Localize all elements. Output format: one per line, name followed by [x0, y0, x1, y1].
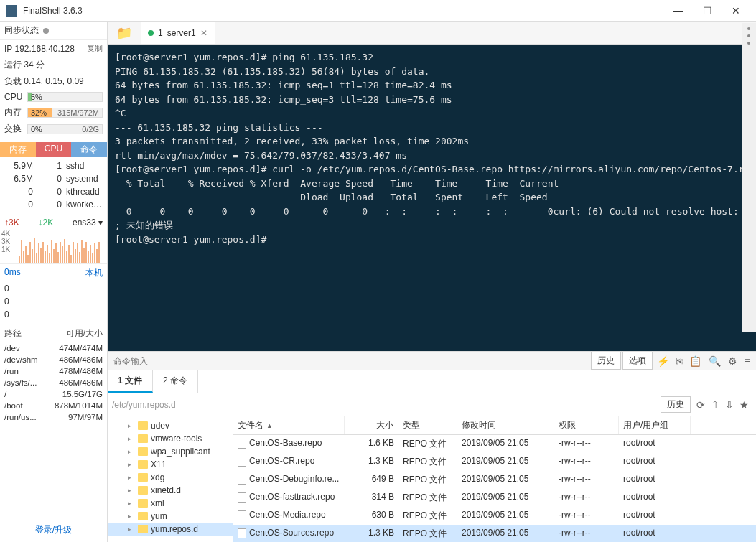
download-rate: ↓2K	[38, 218, 53, 228]
path-history-button[interactable]: 历史	[661, 396, 691, 413]
folder-icon	[138, 499, 148, 508]
sidebar: 同步状态 IP 192.168.40.128 复制 运行 34 分 负载 0.1…	[0, 22, 108, 542]
maximize-button[interactable]: ☐	[699, 5, 716, 17]
bolt-icon[interactable]: ⚡	[654, 353, 672, 369]
titlebar: FinalShell 3.6.3 — ☐ ✕	[0, 0, 756, 22]
commands-tab[interactable]: 2 命令	[153, 370, 198, 393]
command-input[interactable]	[108, 353, 588, 369]
filesystem-row[interactable]: /run478M/486M	[0, 365, 107, 377]
file-row[interactable]: CentOS-CR.repo1.3 KBREPO 文件2019/09/05 21…	[233, 453, 756, 471]
file-row[interactable]: CentOS-Debuginfo.re...649 BREPO 文件2019/0…	[233, 471, 756, 489]
swap-label: 交换	[4, 123, 24, 135]
file-icon	[238, 475, 246, 485]
history-button[interactable]: 历史	[591, 352, 621, 370]
folder-icon	[138, 447, 148, 456]
process-row[interactable]: 5.9M1sshd	[0, 159, 107, 172]
tree-item[interactable]: ▸xml	[108, 497, 233, 510]
terminal[interactable]: [root@server1 yum.repos.d]# ping 61.135.…	[108, 45, 756, 351]
interface-select[interactable]: ens33 ▾	[73, 218, 103, 228]
file-row[interactable]: CentOS-Base.repo1.6 KBREPO 文件2019/09/05 …	[233, 435, 756, 453]
sync-label: 同步状态	[4, 24, 39, 37]
minimize-button[interactable]: —	[670, 5, 687, 17]
process-row[interactable]: 00kthreadd	[0, 185, 107, 198]
folder-tree: ▸udev▸vmware-tools▸wpa_supplicant▸X11▸xd…	[108, 416, 233, 542]
files-tab[interactable]: 1 文件	[108, 370, 153, 393]
filesystem-row[interactable]: /boot878M/1014M	[0, 400, 107, 411]
folder-icon	[138, 525, 148, 533]
uptime: 运行 34 分	[0, 57, 107, 73]
folder-icon[interactable]: 📁	[108, 25, 141, 41]
load-average: 负载 0.14, 0.15, 0.09	[0, 73, 107, 90]
process-row[interactable]: 00kworker/0	[0, 198, 107, 211]
refresh-icon[interactable]: ⟳	[694, 398, 708, 412]
download-icon[interactable]: ⇩	[722, 398, 737, 412]
folder-icon	[138, 486, 148, 495]
folder-icon	[138, 434, 148, 443]
filesystem-row[interactable]: /dev474M/474M	[0, 342, 107, 354]
tree-item[interactable]: ▸udev	[108, 419, 233, 432]
fs-path-header[interactable]: 路径	[4, 327, 66, 340]
filesystem-row[interactable]: /dev/shm486M/486M	[0, 354, 107, 365]
folder-icon	[138, 473, 148, 482]
swap-bar: 0%0/2G	[27, 124, 103, 134]
cpu-bar: 5%	[27, 92, 103, 102]
fs-size-header[interactable]: 可用/大小	[66, 327, 103, 340]
tree-item[interactable]: ▸X11	[108, 458, 233, 471]
file-icon	[238, 528, 246, 538]
gear-icon[interactable]: ⚙	[725, 353, 740, 369]
process-table-header: 内存 CPU 命令	[0, 140, 107, 159]
connection-status-dot	[148, 30, 154, 36]
copy-icon[interactable]: ⎘	[673, 353, 685, 369]
cpu-label: CPU	[4, 92, 24, 102]
menu-icon[interactable]: ≡	[742, 353, 753, 369]
folder-icon	[138, 421, 148, 430]
tab-close-icon[interactable]: ✕	[200, 28, 207, 38]
folder-icon	[138, 512, 148, 520]
copy-ip-button[interactable]: 复制	[87, 43, 103, 54]
right-vertical-toolbar[interactable]	[742, 23, 756, 332]
login-upgrade-link[interactable]: 登录/升级	[35, 525, 72, 535]
file-icon	[238, 439, 246, 449]
paste-icon[interactable]: 📋	[686, 353, 704, 369]
file-row[interactable]: CentOS-fasttrack.repo314 BREPO 文件2019/09…	[233, 489, 756, 507]
mem-label: 内存	[4, 106, 24, 118]
session-tab[interactable]: 1 server1 ✕	[141, 22, 215, 44]
network-chart: 4K3K1K	[0, 230, 107, 264]
filesystem-row[interactable]: /sys/fs/...486M/486M	[0, 377, 107, 388]
tab-name: server1	[167, 28, 196, 38]
tree-item[interactable]: ▸yum	[108, 510, 233, 523]
tree-item[interactable]: ▸yum.repos.d	[108, 523, 233, 536]
tab-index: 1	[158, 28, 163, 38]
close-button[interactable]: ✕	[727, 5, 745, 17]
tree-item[interactable]: ▸xinetd.d	[108, 484, 233, 497]
current-path[interactable]: /etc/yum.repos.d	[112, 400, 661, 410]
file-row[interactable]: CentOS-Media.repo630 BREPO 文件2019/09/05 …	[233, 507, 756, 525]
ip-address: IP 192.168.40.128	[4, 44, 75, 54]
folder-icon	[138, 460, 148, 469]
file-list-header: 文件名▲ 大小 类型 修改时间 权限 用户/用户组	[233, 416, 756, 435]
latency-ms: 0ms	[4, 267, 21, 279]
tree-item[interactable]: ▸xdg	[108, 471, 233, 484]
process-row[interactable]: 6.5M0systemd	[0, 172, 107, 185]
window-title: FinalShell 3.6.3	[23, 6, 664, 16]
app-icon	[6, 5, 17, 17]
upload-rate: ↑3K	[4, 218, 19, 228]
file-row[interactable]: CentOS-Sources.repo1.3 KBREPO 文件2019/09/…	[233, 525, 756, 542]
options-button[interactable]: 选项	[622, 352, 653, 370]
upload-icon[interactable]: ⇧	[708, 398, 722, 412]
mem-bar: 32%315M/972M	[27, 108, 103, 118]
local-label[interactable]: 本机	[85, 267, 103, 279]
sync-status-dot	[43, 28, 49, 34]
tree-item[interactable]: ▸vmware-tools	[108, 432, 233, 445]
file-icon	[238, 510, 246, 520]
filesystem-row[interactable]: /run/us...97M/97M	[0, 411, 107, 423]
filesystem-row[interactable]: /15.5G/17G	[0, 388, 107, 400]
tree-item[interactable]: ▸wpa_supplicant	[108, 445, 233, 458]
file-icon	[238, 457, 246, 467]
bookmark-icon[interactable]: ★	[737, 398, 752, 412]
file-icon	[238, 492, 246, 503]
search-icon[interactable]: 🔍	[706, 353, 724, 369]
